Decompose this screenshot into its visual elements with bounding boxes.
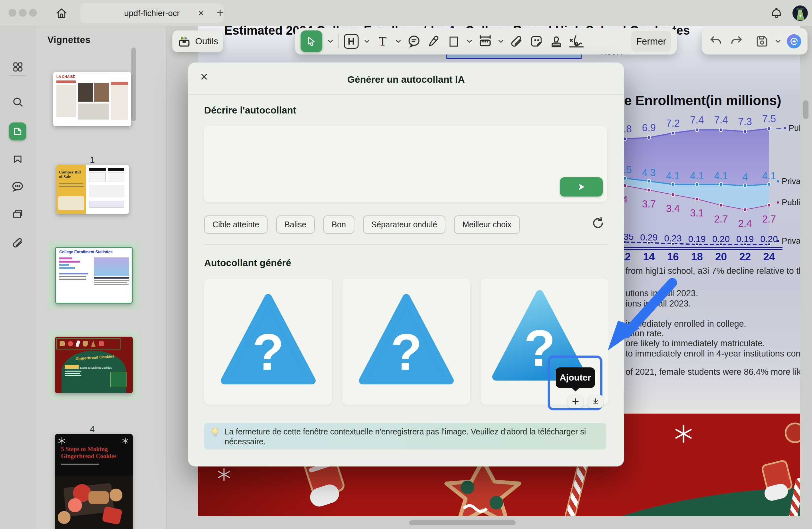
lightbulb-icon (211, 427, 219, 438)
chip-suggestion[interactable]: Meilleur choix (454, 215, 520, 234)
note-text: La fermeture de cette fenêtre contextuel… (224, 427, 590, 447)
sidebar-scrollbar[interactable] (131, 47, 136, 121)
redo-button[interactable] (729, 32, 744, 51)
chart-label: 14 (643, 251, 655, 263)
svg-text:?: ? (252, 323, 284, 381)
comment-bubble-icon (407, 34, 421, 49)
snowflake-icon (217, 468, 231, 482)
chip-suggestion[interactable]: Balise (276, 215, 315, 234)
chart-label: 0.23 (664, 233, 682, 244)
sticker-tool-button[interactable] (529, 32, 544, 51)
generated-sticker-2[interactable]: ? (342, 278, 470, 405)
signature-tool-button[interactable] (568, 32, 584, 51)
chart-legend-entry: • Privat (777, 236, 800, 246)
heading-tool-chevron-icon[interactable] (363, 39, 371, 44)
attachment-paperclip-icon[interactable] (11, 236, 25, 250)
measure-tool-button[interactable] (477, 32, 493, 51)
chip-suggestion[interactable]: Séparateur ondulé (363, 215, 446, 234)
generated-sticker-1[interactable]: ? (204, 278, 332, 405)
select-tool-chevron-icon[interactable] (327, 39, 334, 44)
close-editor-button[interactable]: Fermer (631, 31, 671, 52)
document-tab[interactable]: updf-fichier-ocr × (80, 3, 224, 23)
page-thumbnail-2[interactable]: Camper Bill of Sale (56, 165, 129, 214)
save-chevron-icon[interactable] (775, 39, 781, 44)
new-tab-icon[interactable]: + (217, 6, 224, 18)
tooltip-label: Ajouter (560, 373, 591, 383)
stamp-tool-button[interactable] (549, 32, 564, 51)
left-icon-rail (0, 26, 35, 529)
plus-icon (571, 397, 580, 405)
chart-label: 0.19 (688, 234, 706, 244)
search-icon[interactable] (11, 95, 25, 109)
traffic-light-zoom[interactable] (29, 9, 37, 17)
text-tool-chevron-icon[interactable] (395, 39, 402, 44)
refresh-icon (591, 216, 605, 230)
tab-title: updf-fichier-ocr (124, 8, 179, 18)
chart-label: 4.1 (666, 170, 680, 182)
heading-tool-button[interactable]: H (344, 32, 359, 51)
close-tab-icon[interactable]: × (198, 8, 204, 18)
page-thumbnail-4[interactable]: Gingerbread Cookies 5 Steps to Making Co… (55, 337, 133, 393)
chart-label: 2.7 (714, 214, 728, 225)
prompt-suggestion-chips: Cible atteinte Balise Bon Séparateur ond… (204, 215, 520, 234)
toolbar-separator (338, 34, 339, 48)
chart-label: 3.4 (666, 203, 680, 214)
chart-label: 3.1 (690, 208, 704, 219)
green-hill (494, 463, 800, 516)
undo-button[interactable] (708, 32, 724, 51)
modal-header: × Générer un autocollant IA (188, 62, 624, 95)
add-sticker-button[interactable] (568, 395, 583, 408)
save-button[interactable] (754, 32, 770, 51)
shape-tool-button[interactable] (446, 32, 461, 51)
horizontal-scrollbar[interactable] (409, 520, 516, 525)
thumb-subtitle: 5 Steps to Making Cookies (77, 366, 113, 369)
chart-label: 7.3 (738, 116, 752, 128)
chart-label: 0.19 (736, 234, 754, 244)
modal-title: Générer un autocollant IA (188, 74, 624, 85)
bookmark-icon[interactable] (11, 152, 25, 166)
page-thumbnail-3[interactable]: College Enrollment Statistics (55, 247, 133, 304)
text-tool-button[interactable]: T (375, 32, 390, 51)
chart-label: 7.4 (690, 114, 704, 126)
chip-suggestion[interactable]: Cible atteinte (204, 215, 267, 234)
chart-label: 4.1 (690, 170, 704, 182)
generate-send-button[interactable] (560, 177, 603, 197)
home-icon[interactable] (55, 7, 68, 20)
chart-label: 0.20 (712, 234, 730, 244)
comment-tool-button[interactable] (406, 32, 422, 51)
vertical-scrollbar[interactable] (803, 100, 809, 119)
square-shape-icon (447, 35, 460, 48)
chart-label: 7.2 (666, 118, 680, 129)
describe-heading: Décrire l'autocollant (204, 105, 296, 116)
add-tooltip: Ajouter (556, 368, 595, 388)
signature-icon (568, 34, 584, 49)
traffic-light-close[interactable] (9, 9, 16, 17)
sticker-prompt-input[interactable] (211, 135, 563, 157)
comments-icon[interactable] (11, 180, 25, 194)
pages-stack-icon[interactable] (11, 208, 25, 222)
chart-label: 4.1 (714, 170, 728, 182)
attach-tool-button[interactable] (509, 32, 524, 51)
apps-grid-icon[interactable] (11, 60, 25, 74)
refresh-suggestions-button[interactable] (591, 216, 605, 232)
star-cookie (435, 458, 531, 516)
tools-button[interactable]: Outils (172, 30, 223, 52)
select-tool-button[interactable] (301, 30, 322, 52)
user-avatar[interactable] (792, 5, 808, 23)
history-toolbar (702, 28, 808, 55)
page-thumbnail-5[interactable]: 5 Steps to Making Gingerbread Cookies (55, 434, 133, 529)
measure-tool-chevron-icon[interactable] (497, 39, 504, 44)
page-number: 1 (83, 155, 102, 165)
download-sticker-button[interactable] (588, 395, 603, 408)
pen-tool-button[interactable] (426, 32, 441, 51)
page-thumbnail-1[interactable]: LA CHAISE (53, 72, 131, 126)
thumb-title: 5 Steps to Making Gingerbread Cookies (61, 446, 128, 460)
undo-icon (709, 34, 723, 48)
shape-tool-chevron-icon[interactable] (466, 39, 473, 44)
sidebar-item-thumbnails[interactable] (9, 123, 26, 140)
chip-suggestion[interactable]: Bon (323, 215, 354, 234)
ai-assistant-button[interactable] (786, 32, 802, 51)
notifications-bell-icon[interactable] (770, 6, 783, 20)
chart-label: 7.5 (762, 113, 776, 125)
traffic-light-minimize[interactable] (19, 9, 27, 17)
